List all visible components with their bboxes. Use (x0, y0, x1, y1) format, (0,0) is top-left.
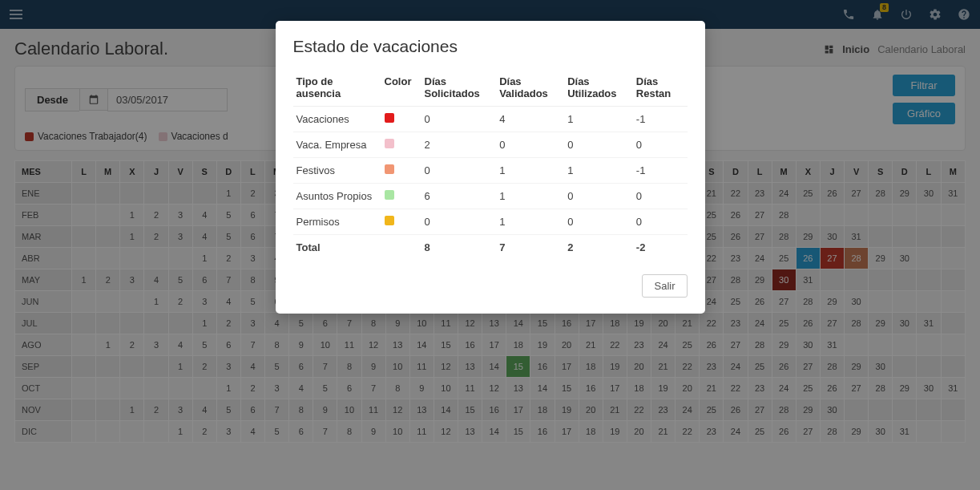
modal-cell: 1 (496, 184, 564, 209)
modal-cell: 0 (421, 158, 497, 184)
modal-cell: -1 (633, 158, 688, 184)
modal-cell: Vaca. Empresa (293, 132, 381, 158)
modal-cell: 0 (496, 132, 564, 158)
modal-total-cell: 8 (421, 235, 497, 261)
modal-cell (381, 107, 421, 132)
color-swatch (385, 190, 394, 200)
modal-total-cell (381, 235, 421, 261)
modal-cell (381, 209, 421, 235)
modal-cell: 6 (421, 184, 497, 209)
modal-cell: Vacaciones (293, 107, 381, 132)
modal-vacation-status: Estado de vacaciones Tipo de ausenciaCol… (276, 21, 705, 314)
modal-column-header: Días Restan (633, 71, 688, 107)
modal-column-header: Días Validados (496, 71, 564, 107)
modal-cell: -1 (633, 107, 688, 132)
color-swatch (385, 139, 394, 148)
modal-cell: 1 (496, 158, 564, 184)
modal-cell (381, 132, 421, 158)
modal-cell: 1 (564, 107, 633, 132)
modal-table: Tipo de ausenciaColorDías SolicitadosDía… (293, 71, 688, 260)
modal-cell: 0 (421, 209, 497, 235)
modal-total-cell: 7 (496, 235, 564, 261)
modal-cell: 0 (564, 209, 633, 235)
modal-cell (381, 184, 421, 209)
modal-column-header: Días Solicitados (421, 71, 497, 107)
modal-cell: 0 (564, 132, 633, 158)
modal-title: Estado de vacaciones (293, 37, 688, 56)
modal-cell: Permisos (293, 209, 381, 235)
modal-column-header: Tipo de ausencia (293, 71, 381, 107)
modal-column-header: Días Utilizados (564, 71, 633, 107)
modal-total-cell: Total (293, 235, 381, 261)
color-swatch (385, 216, 394, 225)
modal-total-cell: -2 (633, 235, 688, 261)
modal-total-cell: 2 (564, 235, 633, 261)
modal-cell: 1 (496, 209, 564, 235)
modal-cell: 2 (421, 132, 497, 158)
modal-cell: 0 (633, 132, 688, 158)
modal-cell: 0 (421, 107, 497, 132)
color-swatch (385, 113, 394, 123)
modal-column-header: Color (381, 71, 421, 107)
modal-cell: 0 (564, 184, 633, 209)
modal-cell (381, 158, 421, 184)
modal-cell: Asuntos Propios (293, 184, 381, 209)
modal-cell: 0 (633, 184, 688, 209)
color-swatch (385, 164, 394, 174)
modal-cell: 4 (496, 107, 564, 132)
modal-cell: 0 (633, 209, 688, 235)
modal-cell: 1 (564, 158, 633, 184)
exit-button[interactable]: Salir (642, 274, 687, 298)
modal-cell: Festivos (293, 158, 381, 184)
modal-overlay: Estado de vacaciones Tipo de ausenciaCol… (0, 0, 980, 490)
